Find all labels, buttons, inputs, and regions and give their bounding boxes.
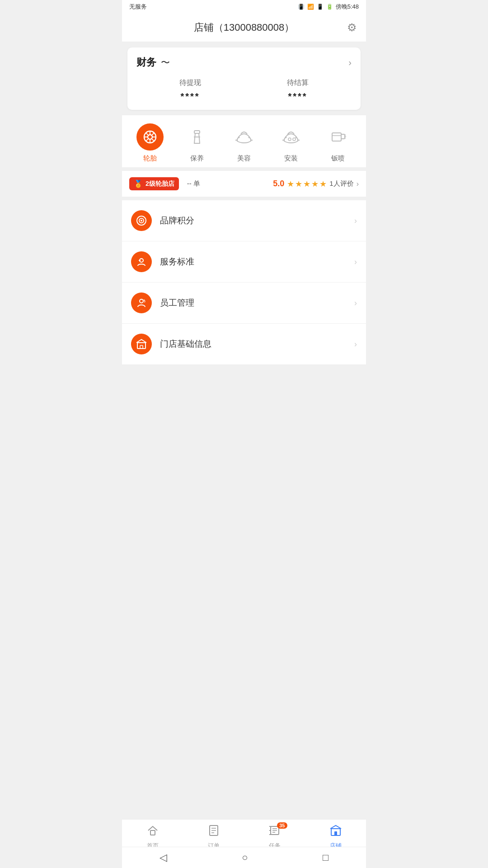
finance-body: 待提现 **** 待结算 **** (136, 78, 352, 102)
svg-line-8 (151, 133, 154, 136)
svg-rect-37 (140, 345, 143, 349)
stars: ★ ★ ★ ★ ★ (287, 179, 327, 189)
service-standard-chevron-icon: › (354, 257, 357, 267)
review-count: 1人评价 (329, 179, 353, 188)
svg-rect-26 (341, 134, 345, 139)
status-icons: 📳 📶 📱 🔋 傍晚5:48 (298, 3, 359, 11)
svg-line-6 (146, 133, 149, 136)
pending-withdrawal: 待提现 **** (179, 78, 201, 102)
finance-title-wrap: 财务 〜 (136, 56, 170, 69)
beauty-icon-wrap (230, 123, 258, 151)
settings-icon[interactable]: ⚙ (347, 21, 357, 34)
service-item-paint[interactable]: 钣喷 (320, 123, 356, 163)
service-label-paint: 钣喷 (331, 154, 345, 163)
status-time: 傍晚5:48 (336, 3, 359, 11)
finance-card: 财务 〜 › 待提现 **** 待结算 **** (127, 47, 361, 110)
service-standard-icon (131, 251, 152, 272)
service-item-maintenance[interactable]: 保养 (179, 123, 215, 163)
menu-item-employee[interactable]: 员工管理 › (122, 283, 366, 324)
star-1: ★ (287, 179, 294, 189)
pending-settlement-value: **** (287, 91, 309, 102)
page-header: 店铺（13000880008） ⚙ (122, 14, 366, 42)
rating-score: 5.0 (273, 179, 284, 189)
service-label-beauty: 美容 (237, 154, 251, 163)
pending-settlement-label: 待结算 (287, 78, 309, 88)
order-count: -- 单 (187, 179, 200, 188)
service-label-maintenance: 保养 (190, 154, 204, 163)
menu-item-service-standard[interactable]: 服务标准 › (122, 241, 366, 283)
status-bar: 无服务 📳 📶 📱 🔋 傍晚5:48 (122, 0, 366, 14)
svg-point-17 (296, 137, 297, 138)
menu-label-store-info: 门店基础信息 (160, 338, 354, 350)
svg-point-20 (288, 138, 291, 141)
svg-point-16 (286, 137, 287, 138)
menu-item-brand-points[interactable]: 品牌积分 › (122, 200, 366, 241)
rating-chevron-icon: › (357, 180, 359, 188)
pending-withdrawal-label: 待提现 (179, 78, 201, 88)
wifi-icon: 📶 (307, 4, 314, 10)
battery-icon: 🔋 (326, 4, 333, 10)
svg-rect-24 (332, 133, 341, 141)
maintenance-icon-wrap (183, 123, 211, 151)
store-rating-bar: 🏅 2级轮胎店 -- 单 5.0 ★ ★ ★ ★ ★ 1人评价 › (122, 171, 366, 197)
svg-point-32 (141, 220, 142, 222)
finance-chevron-icon[interactable]: › (348, 57, 352, 68)
svg-line-7 (151, 138, 154, 141)
brand-points-icon (131, 210, 152, 231)
star-5: ★ (319, 179, 327, 189)
service-item-tire[interactable]: 轮胎 (132, 123, 168, 163)
store-level: 2级轮胎店 (145, 180, 174, 188)
install-icon-wrap (277, 123, 305, 151)
badge-icon: 🏅 (134, 179, 143, 188)
store-info-icon (131, 334, 152, 354)
svg-point-35 (140, 299, 143, 303)
svg-line-9 (146, 138, 149, 141)
finance-header: 财务 〜 › (136, 56, 352, 69)
pending-settlement: 待结算 **** (287, 78, 309, 102)
status-no-service: 无服务 (129, 3, 147, 11)
menu-label-brand-points: 品牌积分 (160, 215, 354, 226)
service-row: 轮胎 保养 美容 (122, 115, 366, 167)
service-item-install[interactable]: 安装 (273, 123, 309, 163)
menu-label-service-standard: 服务标准 (160, 256, 354, 268)
vibrate-icon: 📳 (298, 4, 305, 10)
tire-icon-wrap (136, 123, 164, 151)
star-3: ★ (303, 179, 310, 189)
page-title: 店铺（13000880008） (194, 21, 295, 34)
brand-points-chevron-icon: › (354, 216, 357, 226)
rating-section[interactable]: 5.0 ★ ★ ★ ★ ★ 1人评价 › (273, 179, 359, 189)
menu-list: 品牌积分 › 服务标准 › 员工管理 › (122, 200, 366, 364)
svg-point-12 (239, 137, 240, 138)
store-info-chevron-icon: › (354, 340, 357, 349)
svg-point-13 (249, 137, 250, 138)
service-label-tire: 轮胎 (143, 154, 157, 163)
sim-icon: 📱 (317, 4, 324, 10)
service-label-install: 安装 (284, 154, 298, 163)
pending-withdrawal-value: **** (179, 91, 201, 102)
employee-icon (131, 292, 152, 313)
svg-rect-10 (194, 131, 200, 133)
finance-title: 财务 (136, 56, 156, 69)
star-4: ★ (311, 179, 319, 189)
service-item-beauty[interactable]: 美容 (226, 123, 262, 163)
menu-item-store-info[interactable]: 门店基础信息 › (122, 324, 366, 364)
menu-label-employee: 员工管理 (160, 297, 354, 309)
store-badge: 🏅 2级轮胎店 (129, 177, 179, 190)
employee-chevron-icon: › (354, 298, 357, 308)
paint-icon-wrap (324, 123, 352, 151)
star-2: ★ (295, 179, 302, 189)
eye-toggle-icon[interactable]: 〜 (161, 57, 170, 69)
svg-point-21 (293, 138, 296, 141)
